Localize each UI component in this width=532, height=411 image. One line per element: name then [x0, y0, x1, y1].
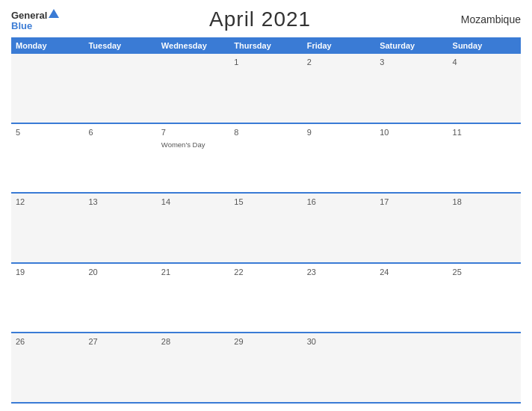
- table-row: [375, 333, 448, 402]
- day-header-wednesday: Wednesday: [157, 37, 229, 54]
- table-row: 16: [303, 194, 375, 262]
- day-header-sunday: Sunday: [448, 37, 521, 54]
- table-row: [448, 333, 521, 402]
- cell-day-number: 9: [307, 128, 371, 137]
- table-row: 29: [229, 333, 302, 402]
- calendar-country: Mozambique: [461, 13, 521, 25]
- table-row: 24: [375, 264, 448, 333]
- cell-day-number: 16: [307, 197, 371, 206]
- days-header: Monday Tuesday Wednesday Thursday Friday…: [11, 37, 521, 54]
- logo-top-line: General: [11, 9, 59, 21]
- cell-day-number: 15: [234, 197, 297, 206]
- table-row: 15: [229, 194, 302, 262]
- day-header-monday: Monday: [11, 37, 84, 54]
- table-row: 23: [303, 264, 375, 333]
- day-header-saturday: Saturday: [375, 37, 448, 54]
- calendar-title: April 2021: [209, 7, 311, 31]
- day-header-thursday: Thursday: [229, 37, 302, 54]
- table-row: 18: [448, 194, 521, 262]
- logo: General Blue: [11, 9, 59, 31]
- calendar-week-1: 1234: [11, 54, 521, 124]
- cell-day-number: 14: [161, 197, 225, 206]
- table-row: 7Women's Day: [157, 124, 229, 193]
- table-row: 4: [448, 54, 521, 123]
- table-row: 17: [375, 194, 448, 262]
- table-row: 12: [11, 194, 84, 262]
- cell-day-number: 20: [88, 268, 152, 276]
- cell-day-number: 23: [307, 268, 371, 276]
- logo-blue-text: Blue: [11, 21, 32, 31]
- table-row: 11: [448, 124, 521, 193]
- calendar-grid: 1234567Women's Day8910111213141516171819…: [11, 54, 521, 404]
- calendar-week-2: 567Women's Day891011: [11, 124, 521, 194]
- table-row: 14: [157, 194, 229, 262]
- cell-day-number: 6: [88, 128, 152, 137]
- calendar-week-4: 19202122232425: [11, 264, 521, 334]
- table-row: 1: [229, 54, 302, 123]
- cell-day-number: 30: [307, 337, 371, 346]
- cell-day-number: 22: [234, 268, 297, 276]
- calendar-header: General Blue April 2021 Mozambique: [11, 7, 521, 31]
- table-row: 30: [303, 333, 375, 402]
- day-header-friday: Friday: [303, 37, 375, 54]
- table-row: 9: [303, 124, 375, 193]
- cell-day-number: 24: [380, 268, 443, 276]
- cell-day-number: 4: [453, 58, 516, 67]
- table-row: 22: [229, 264, 302, 333]
- cell-day-number: 11: [453, 128, 516, 137]
- cell-day-number: 3: [380, 58, 443, 67]
- table-row: 20: [84, 264, 156, 333]
- cell-day-number: 12: [16, 197, 79, 206]
- table-row: 6: [84, 124, 156, 193]
- cell-day-number: 28: [161, 337, 225, 346]
- cell-day-number: 5: [16, 128, 79, 137]
- cell-day-number: 17: [380, 197, 443, 206]
- cell-day-number: 1: [234, 58, 297, 67]
- logo-general-text: General: [11, 10, 47, 21]
- cell-day-number: 26: [16, 337, 79, 346]
- table-row: [84, 54, 156, 123]
- cell-day-number: 25: [453, 268, 516, 276]
- cell-day-number: 2: [307, 58, 371, 67]
- table-row: 3: [375, 54, 448, 123]
- table-row: 21: [157, 264, 229, 333]
- table-row: [157, 54, 229, 123]
- table-row: 19: [11, 264, 84, 333]
- table-row: 10: [375, 124, 448, 193]
- cell-day-number: 21: [161, 268, 225, 276]
- table-row: [11, 54, 84, 123]
- cell-day-number: 27: [88, 337, 152, 346]
- table-row: 13: [84, 194, 156, 262]
- day-header-tuesday: Tuesday: [84, 37, 156, 54]
- calendar-week-5: 2627282930: [11, 333, 521, 404]
- cell-day-number: 10: [380, 128, 443, 137]
- cell-day-number: 18: [453, 197, 516, 206]
- logo-triangle-icon: [49, 9, 59, 18]
- table-row: 27: [84, 333, 156, 402]
- cell-day-number: 29: [234, 337, 297, 346]
- table-row: 28: [157, 333, 229, 402]
- calendar-week-3: 12131415161718: [11, 194, 521, 264]
- calendar-container: General Blue April 2021 Mozambique Monda…: [0, 0, 532, 411]
- table-row: 8: [229, 124, 302, 193]
- cell-day-number: 8: [234, 128, 297, 137]
- table-row: 5: [11, 124, 84, 193]
- table-row: 26: [11, 333, 84, 402]
- cell-day-number: 19: [16, 268, 79, 276]
- table-row: 25: [448, 264, 521, 333]
- cell-day-number: 7: [161, 128, 225, 137]
- cell-day-number: 13: [88, 197, 152, 206]
- cell-event-label: Women's Day: [161, 140, 225, 149]
- table-row: 2: [303, 54, 375, 123]
